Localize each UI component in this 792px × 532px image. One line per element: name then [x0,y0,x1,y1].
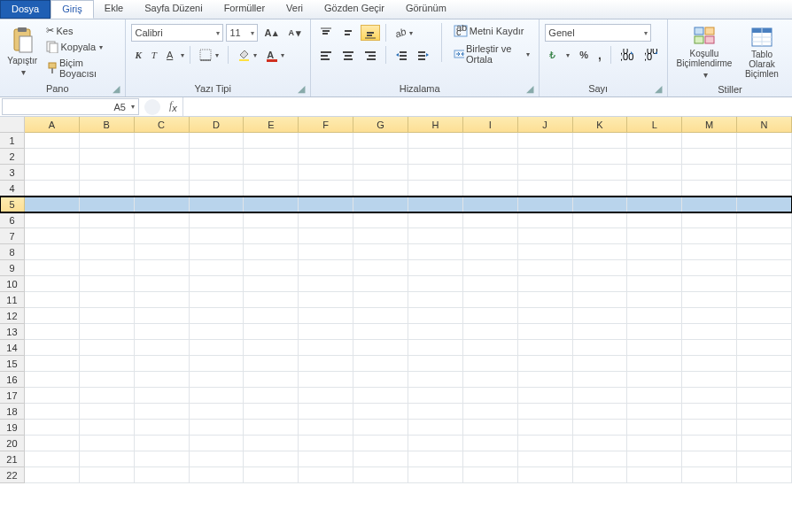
cell[interactable] [135,276,190,292]
cell[interactable] [682,260,737,276]
cell[interactable] [190,340,245,356]
cell[interactable] [299,292,353,308]
cell[interactable] [25,292,80,308]
cell[interactable] [299,451,353,467]
cell[interactable] [682,324,737,340]
cell[interactable] [737,212,792,228]
cell[interactable] [627,133,682,149]
cell[interactable] [627,436,682,451]
cell[interactable] [573,197,628,212]
cell[interactable] [463,292,518,308]
cell[interactable] [190,260,245,276]
cell[interactable] [299,181,353,197]
cell[interactable] [353,372,408,388]
cell[interactable] [627,276,682,292]
column-header[interactable]: M [682,117,737,133]
cell[interactable] [408,165,463,181]
cell[interactable] [135,181,190,197]
cell[interactable] [353,324,408,340]
cell[interactable] [518,212,573,228]
cell[interactable] [80,372,135,388]
cell[interactable] [135,324,190,340]
cell[interactable] [299,133,353,149]
orientation-button[interactable]: ab▾ [392,26,416,40]
cell[interactable] [408,420,463,436]
cell[interactable] [135,467,190,483]
cell[interactable] [408,292,463,308]
cell[interactable] [408,308,463,324]
cell[interactable] [299,244,353,260]
cell[interactable] [244,212,299,228]
comma-button[interactable]: , [594,46,605,64]
cell[interactable] [463,420,518,436]
column-header[interactable]: B [80,117,135,133]
cell[interactable] [737,340,792,356]
cell[interactable] [573,149,628,165]
cell[interactable] [80,436,135,451]
cell[interactable] [80,420,135,436]
cell[interactable] [463,212,518,228]
column-header[interactable]: E [244,117,299,133]
cell[interactable] [244,388,299,404]
cell[interactable] [299,228,353,244]
cell[interactable] [737,228,792,244]
cell[interactable] [737,324,792,340]
column-header[interactable]: L [627,117,682,133]
cell[interactable] [682,467,737,483]
cell[interactable] [573,356,628,372]
cell[interactable] [573,340,628,356]
cell[interactable] [463,133,518,149]
cell[interactable] [737,276,792,292]
dialog-launcher-icon[interactable]: ◢ [113,83,120,95]
cell[interactable] [25,133,80,149]
worksheet-grid[interactable]: A B C D E F G H I J K L M N 123456789101… [0,117,792,483]
cell[interactable] [353,451,408,467]
cell[interactable] [627,467,682,483]
cell[interactable] [244,436,299,451]
format-painter-button[interactable]: Biçim Boyacısı [43,56,120,81]
cell[interactable] [190,467,245,483]
cell[interactable] [353,228,408,244]
cell[interactable] [737,372,792,388]
copy-button[interactable]: Kopyala▾ [43,39,120,55]
cell[interactable] [353,420,408,436]
cell[interactable] [135,356,190,372]
cell[interactable] [353,292,408,308]
cell[interactable] [80,212,135,228]
cell[interactable] [80,165,135,181]
cell[interactable] [737,467,792,483]
number-format-select[interactable]: Genel▾ [545,24,651,42]
cell[interactable] [190,388,245,404]
cell[interactable] [408,212,463,228]
cell[interactable] [25,372,80,388]
cell[interactable] [573,467,628,483]
cell[interactable] [682,181,737,197]
cell[interactable] [682,404,737,420]
cell[interactable] [80,228,135,244]
cell[interactable] [737,308,792,324]
cell[interactable] [737,149,792,165]
cell[interactable] [25,308,80,324]
column-header[interactable]: G [353,117,408,133]
cell[interactable] [190,324,245,340]
cell[interactable] [353,165,408,181]
cell[interactable] [737,388,792,404]
cell[interactable] [627,324,682,340]
cell[interactable] [408,356,463,372]
cell[interactable] [408,436,463,451]
cell[interactable] [682,340,737,356]
cell[interactable] [80,276,135,292]
column-header[interactable]: F [299,117,353,133]
cell[interactable] [353,181,408,197]
row-header[interactable]: 19 [0,420,25,436]
cell[interactable] [463,324,518,340]
cell[interactable] [244,467,299,483]
cell[interactable] [244,197,299,212]
percent-button[interactable]: % [576,48,592,62]
cell[interactable] [518,324,573,340]
cell[interactable] [25,276,80,292]
column-header[interactable]: N [737,117,792,133]
cell[interactable] [408,228,463,244]
cell[interactable] [408,340,463,356]
cell[interactable] [627,260,682,276]
